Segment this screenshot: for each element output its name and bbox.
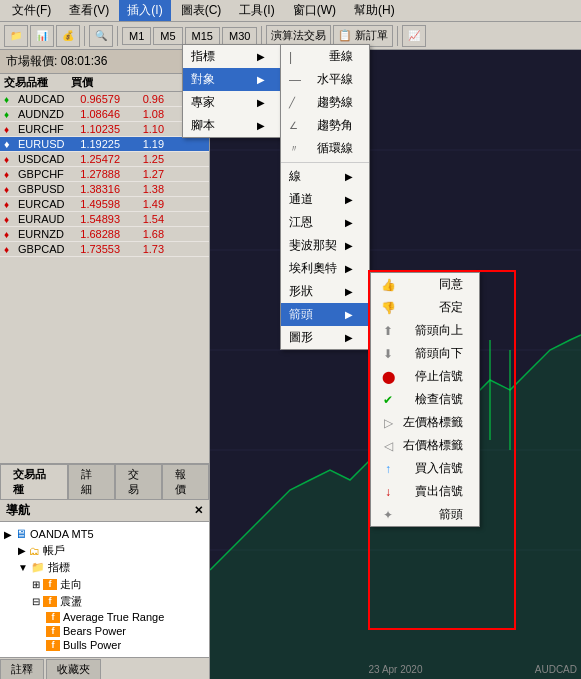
- tab-notes[interactable]: 註釋: [0, 659, 44, 679]
- menu-obj-trendangle[interactable]: ∠ 趨勢角: [281, 114, 369, 137]
- bid-price: 1.10235: [80, 123, 142, 135]
- menu-obj-channel[interactable]: 通道 ▶: [281, 188, 369, 211]
- object-submenu[interactable]: | 垂線 — 水平線 ╱ 趨勢線 ∠ 趨勢角 〃 循環線 線 ▶ 通道 ▶ 江恩: [280, 44, 370, 350]
- menu-obj-line[interactable]: 線 ▶: [281, 165, 369, 188]
- menu-obj-horizontal[interactable]: — 水平線: [281, 68, 369, 91]
- expand-icon: ▼: [18, 562, 28, 573]
- menu-obj-arrow[interactable]: 箭頭 ▶: [281, 303, 369, 326]
- menu-item-label: 趨勢角: [317, 117, 353, 134]
- tree-item-root[interactable]: ▶ 🖥 OANDA MT5: [4, 526, 205, 542]
- arrow-disagree[interactable]: 👎 否定: [371, 296, 479, 319]
- buy-signal[interactable]: ↑ 買入信號: [371, 457, 479, 480]
- menu-obj-trendline[interactable]: ╱ 趨勢線: [281, 91, 369, 114]
- menu-window[interactable]: 窗口(W): [285, 0, 344, 21]
- bid-price: 1.19225: [80, 138, 142, 150]
- menu-help[interactable]: 幫助(H): [346, 0, 403, 21]
- timeframe-m30[interactable]: M30: [222, 27, 257, 45]
- toolbar-btn-4[interactable]: 🔍: [89, 25, 113, 47]
- timeframe-m5[interactable]: M5: [153, 27, 182, 45]
- arrow-agree[interactable]: 👍 同意: [371, 273, 479, 296]
- indicator-icon: ♦: [4, 169, 18, 180]
- bid-price: 1.27888: [80, 168, 142, 180]
- menu-chart[interactable]: 圖表(C): [173, 0, 230, 21]
- tree-item-trend[interactable]: ⊞ f 走向: [4, 576, 205, 593]
- indicator-icon: ♦: [4, 199, 18, 210]
- submenu-arrow: ▶: [345, 171, 353, 182]
- tree-item-oscillator[interactable]: ⊟ f 震盪: [4, 593, 205, 610]
- tree-item-bears-power[interactable]: f Bears Power: [4, 624, 205, 638]
- menu-item-indicators[interactable]: 指標 ▶: [183, 45, 281, 68]
- menu-tools[interactable]: 工具(I): [231, 0, 282, 21]
- tree-label: 指標: [48, 560, 70, 575]
- submenu-arrow: ▶: [345, 240, 353, 251]
- menu-item-objects[interactable]: 對象 ▶: [183, 68, 281, 91]
- table-row[interactable]: ♦ EURUSD 1.19225 1.19: [0, 137, 209, 152]
- table-row[interactable]: ♦ AUDNZD 1.08646 1.08: [0, 107, 209, 122]
- chart-date-label: 23 Apr 2020: [369, 664, 423, 675]
- submenu-arrow: ▶: [257, 97, 265, 108]
- menu-obj-elliott[interactable]: 埃利奧特 ▶: [281, 257, 369, 280]
- tab-favorites[interactable]: 收藏夾: [46, 659, 101, 679]
- tree-item-account[interactable]: ▶ 🗂 帳戶: [4, 542, 205, 559]
- stop-signal[interactable]: ⬤ 停止信號: [371, 365, 479, 388]
- toolbar-btn-3[interactable]: 💰: [56, 25, 80, 47]
- check-icon: ✔: [379, 392, 397, 408]
- tab-trade[interactable]: 交易: [115, 464, 162, 499]
- menu-insert[interactable]: 插入(I): [119, 0, 170, 21]
- left-price-label[interactable]: ▷ 左價格標籤: [371, 411, 479, 434]
- menu-obj-vertical[interactable]: | 垂線: [281, 45, 369, 68]
- table-row[interactable]: ♦ EURAUD 1.54893 1.54: [0, 212, 209, 227]
- menu-obj-cycleline[interactable]: 〃 循環線: [281, 137, 369, 160]
- sell-signal[interactable]: ↓ 賣出信號: [371, 480, 479, 503]
- table-row[interactable]: ♦ AUDCAD 0.96579 0.96: [0, 92, 209, 107]
- menu-sep: [281, 162, 369, 163]
- symbol-name: EURUSD: [18, 138, 80, 150]
- menu-file[interactable]: 文件(F): [4, 0, 59, 21]
- menu-obj-gann[interactable]: 江恩 ▶: [281, 211, 369, 234]
- tree-item-indicator[interactable]: ▼ 📁 指標: [4, 559, 205, 576]
- toolbar-btn-2[interactable]: 📊: [30, 25, 54, 47]
- insert-menu[interactable]: 指標 ▶ 對象 ▶ 專家 ▶ 腳本 ▶: [182, 44, 282, 138]
- tab-symbol[interactable]: 交易品種: [0, 464, 68, 499]
- indicator-icon: ♦: [4, 109, 18, 120]
- symbol-tab-bar: 交易品種 詳細 交易 報價: [0, 463, 209, 499]
- right-price-label[interactable]: ◁ 右價格標籤: [371, 434, 479, 457]
- menu-obj-graphic[interactable]: 圖形 ▶: [281, 326, 369, 349]
- table-row[interactable]: ♦ EURNZD 1.68288 1.68: [0, 227, 209, 242]
- tree-item-atr[interactable]: f Average True Range: [4, 610, 205, 624]
- menu-view[interactable]: 查看(V): [61, 0, 117, 21]
- indicator-icon: ♦: [4, 214, 18, 225]
- indicator-icon: ♦: [4, 229, 18, 240]
- arrow-up[interactable]: ⬆ 箭頭向上: [371, 319, 479, 342]
- menu-item-label: 線: [289, 168, 301, 185]
- arrow-generic[interactable]: ✦ 箭頭: [371, 503, 479, 526]
- indicator-icon: ♦: [4, 184, 18, 195]
- timeframe-m1[interactable]: M1: [122, 27, 151, 45]
- tab-quote[interactable]: 報價: [162, 464, 209, 499]
- menu-obj-fibonacci[interactable]: 斐波那契 ▶: [281, 234, 369, 257]
- menu-item-experts[interactable]: 專家 ▶: [183, 91, 281, 114]
- table-row[interactable]: ♦ GBPUSD 1.38316 1.38: [0, 182, 209, 197]
- menu-item-label: 專家: [191, 94, 215, 111]
- check-signal[interactable]: ✔ 檢查信號: [371, 388, 479, 411]
- arrow-submenu[interactable]: 👍 同意 👎 否定 ⬆ 箭頭向上 ⬇ 箭頭向下 ⬤ 停止信號 ✔ 檢查信號 ▷ …: [370, 272, 480, 527]
- symbol-name: EURAUD: [18, 213, 80, 225]
- expand-icon: ⊟: [32, 596, 40, 607]
- navigator-close-btn[interactable]: ✕: [194, 504, 203, 517]
- table-row[interactable]: ♦ EURCHF 1.10235 1.10: [0, 122, 209, 137]
- arrow-down[interactable]: ⬇ 箭頭向下: [371, 342, 479, 365]
- timeframe-m15[interactable]: M15: [185, 27, 220, 45]
- table-row[interactable]: ♦ USDCAD 1.25472 1.25: [0, 152, 209, 167]
- indicator-icon: ♦: [4, 154, 18, 165]
- menu-obj-shape[interactable]: 形狀 ▶: [281, 280, 369, 303]
- table-row[interactable]: ♦ GBPCAD 1.73553 1.73: [0, 242, 209, 257]
- menu-item-scripts[interactable]: 腳本 ▶: [183, 114, 281, 137]
- tree-label: Average True Range: [63, 611, 164, 623]
- tree-item-bulls-power[interactable]: f Bulls Power: [4, 638, 205, 652]
- table-row[interactable]: ♦ GBPCHF 1.27888 1.27: [0, 167, 209, 182]
- table-row[interactable]: ♦ EURCAD 1.49598 1.49: [0, 197, 209, 212]
- menu-item-label: 埃利奧特: [289, 260, 337, 277]
- chart-type-btn[interactable]: 📈: [402, 25, 426, 47]
- toolbar-btn-1[interactable]: 📁: [4, 25, 28, 47]
- tab-detail[interactable]: 詳細: [68, 464, 115, 499]
